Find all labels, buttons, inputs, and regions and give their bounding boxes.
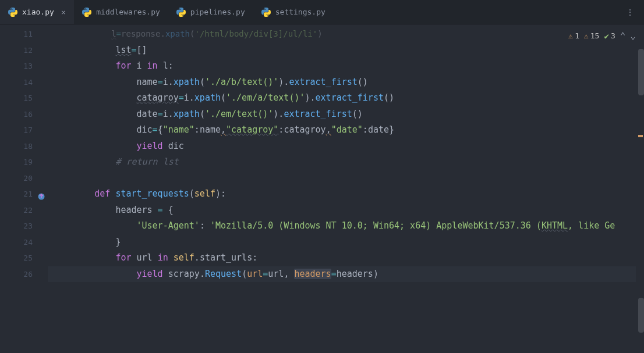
tab-pipelines[interactable]: pipelines.py <box>168 0 253 24</box>
line-number[interactable]: 11 <box>0 26 48 42</box>
scrollbar[interactable] <box>636 24 644 353</box>
code-line[interactable]: } <box>48 234 644 251</box>
inspections-widget[interactable]: ⚠1 ⚠15 ✔3 ⌃ ⌄ <box>568 30 636 41</box>
line-number[interactable]: 16 <box>0 106 48 123</box>
tab-label: middlewares.py <box>96 8 160 16</box>
line-number[interactable]: 15 <box>0 90 48 106</box>
line-number[interactable]: 23 <box>0 218 48 234</box>
warning-icon: ⚠ <box>584 31 589 40</box>
nav-down-icon[interactable]: ⌄ <box>630 30 636 41</box>
tab-xiao[interactable]: xiao.py × <box>0 0 74 24</box>
tab-label: pipelines.py <box>190 8 245 16</box>
warning-count-2[interactable]: ⚠15 <box>584 31 599 40</box>
code-line[interactable]: 'User-Agent': 'Mozilla/5.0 (Windows NT 1… <box>48 218 644 234</box>
code-line[interactable]: yield dic <box>48 138 644 155</box>
code-area[interactable]: l=response.xpath('/html/body/div[3]/ul/l… <box>48 24 644 353</box>
tabs-bar: xiao.py × middlewares.py pipelines.py se… <box>0 0 644 24</box>
code-line[interactable]: def start_requests(self): <box>48 186 644 202</box>
warning-icon: ⚠ <box>568 31 573 40</box>
typo-count[interactable]: ✔3 <box>604 31 615 41</box>
line-number[interactable]: 12 <box>0 42 48 59</box>
tab-label: xiao.py <box>22 8 54 16</box>
python-icon <box>261 8 271 17</box>
editor: ⚠1 ⚠15 ✔3 ⌃ ⌄ 11121314151617181920212223… <box>0 24 644 353</box>
line-number[interactable]: 24 <box>0 234 48 251</box>
code-line[interactable]: for i in l: <box>48 58 644 74</box>
code-line[interactable]: for url in self.start_urls: <box>48 250 644 266</box>
code-line[interactable]: l=response.xpath('/html/body/div[3]/ul/l… <box>48 26 644 42</box>
override-icon[interactable] <box>37 190 45 198</box>
warning-count-1[interactable]: ⚠1 <box>568 31 579 40</box>
tab-label: settings.py <box>275 8 325 16</box>
python-icon <box>82 8 91 17</box>
line-number[interactable]: 18 <box>0 138 48 155</box>
code-line[interactable]: # return lst <box>48 154 644 170</box>
tab-settings[interactable]: settings.py <box>253 0 334 24</box>
line-number[interactable]: 17 <box>0 122 48 138</box>
python-icon <box>176 8 186 17</box>
line-number[interactable]: 19 <box>0 154 48 170</box>
code-line[interactable]: dic={"name":name,"catagroy":catagroy,"da… <box>48 122 644 138</box>
nav-up-icon[interactable]: ⌃ <box>620 30 626 41</box>
line-number[interactable]: 26 <box>0 266 48 283</box>
code-line[interactable]: name=i.xpath('./a/b/text()').extract_fir… <box>48 74 644 91</box>
python-icon <box>8 8 17 17</box>
line-number[interactable]: 22 <box>0 202 48 219</box>
code-line[interactable]: date=i.xpath('./em/text()').extract_firs… <box>48 106 644 123</box>
gutter: 11121314151617181920212223242526 <box>0 24 48 353</box>
code-line[interactable]: headers = { <box>48 202 644 219</box>
code-line[interactable]: catagroy=i.xpath('./em/a/text()').extrac… <box>48 90 644 106</box>
line-number[interactable]: 21 <box>0 186 48 202</box>
line-number[interactable]: 25 <box>0 250 48 266</box>
line-number[interactable]: 20 <box>0 170 48 187</box>
check-icon: ✔ <box>604 31 608 41</box>
tab-middlewares[interactable]: middlewares.py <box>74 0 168 24</box>
more-icon[interactable]: ⋮ <box>622 4 638 20</box>
code-line-current[interactable]: yield scrapy.Request(url=url, headers=he… <box>48 266 644 283</box>
code-line[interactable]: lst=[] <box>48 42 644 59</box>
code-line[interactable] <box>48 170 644 187</box>
close-icon[interactable]: × <box>61 8 66 17</box>
line-number[interactable]: 13 <box>0 58 48 74</box>
line-number[interactable]: 14 <box>0 74 48 91</box>
